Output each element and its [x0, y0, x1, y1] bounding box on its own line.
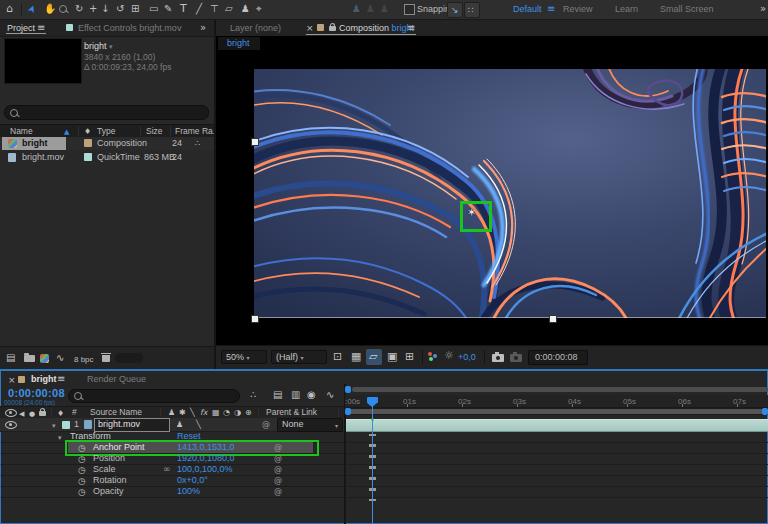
roto-brush-tool[interactable]: ♟ — [241, 4, 250, 14]
take-snapshot-icon[interactable] — [492, 354, 504, 362]
lock-icon[interactable] — [329, 26, 336, 31]
comp-mini-tab[interactable]: bright — [218, 37, 260, 50]
project-settings-icon[interactable]: ∿ — [56, 353, 64, 363]
type-tool[interactable]: T — [180, 4, 187, 14]
dolly-tool[interactable]: ↓ — [101, 4, 109, 14]
viewer-viewport[interactable]: bright — [216, 36, 768, 345]
rectangle-tool[interactable]: ▭ — [149, 4, 158, 14]
col-type[interactable]: Type — [97, 126, 115, 137]
transparency-grid-icon[interactable]: ▦ — [351, 352, 361, 362]
property-value[interactable]: 0x+0,0° — [177, 475, 208, 486]
clone-stamp-tool[interactable]: ⊤ — [210, 4, 219, 14]
property-row-opacity[interactable]: ◷ Opacity 100% @ — [0, 486, 344, 498]
selection-tool[interactable]: ➤ — [26, 3, 38, 14]
layer-name-box[interactable]: bright.mov — [94, 418, 170, 432]
hand-tool[interactable]: ✋ — [44, 4, 56, 14]
exposure-value[interactable]: +0,0 — [458, 352, 476, 363]
graph-editor-icon[interactable]: ∿ — [326, 390, 334, 400]
timeline-search-input[interactable] — [85, 390, 208, 404]
tab-effect-controls[interactable]: Effect Controls bright.mov — [78, 23, 181, 34]
property-label[interactable]: Opacity — [93, 486, 124, 497]
layer-quality-switch[interactable]: ╲ — [196, 420, 201, 430]
col-source-name[interactable]: Source Name — [90, 407, 142, 418]
project-overflow-icon[interactable]: » — [200, 23, 206, 33]
property-label[interactable]: Position — [93, 453, 125, 464]
workspace-default[interactable]: Default — [513, 4, 542, 15]
close-icon[interactable]: × — [8, 375, 16, 385]
time-ruler[interactable]: :00s 01s 02s 03s 04s 05s 06s 07s — [345, 395, 768, 408]
col-frame-rate[interactable]: Frame Ra.. — [175, 126, 218, 137]
snap-options-button[interactable]: ∷ — [464, 2, 480, 18]
pixel-aspect-correction-icon[interactable]: ⊞ — [405, 352, 414, 362]
channel-rgb-icon[interactable] — [428, 352, 438, 362]
new-composition-icon[interactable] — [40, 354, 49, 363]
color-depth-label[interactable]: 8 bpc — [74, 354, 94, 365]
tab-composition[interactable]: Composition bright — [339, 23, 414, 34]
region-of-interest-icon[interactable]: ▣ — [387, 352, 397, 362]
property-pick-whip-icon[interactable]: @ — [274, 476, 282, 486]
motion-blur-icon[interactable]: ◉ — [307, 390, 316, 400]
show-snapshot-icon[interactable] — [510, 354, 522, 362]
stopwatch-icon[interactable]: ◷ — [78, 454, 86, 464]
tab-timeline-bright[interactable]: bright — [31, 374, 57, 385]
layer-row[interactable]: ▾ 1 bright.mov ♟ ╲ @ None ▾ — [0, 418, 344, 432]
col-name[interactable]: Name — [10, 126, 33, 137]
tab-layer[interactable]: Layer (none) — [230, 23, 281, 34]
property-value[interactable]: 100,0,100,0% — [177, 464, 233, 475]
timeline-nav-bar[interactable] — [352, 387, 768, 392]
viewer-timecode-box[interactable]: 0:00:00:08 — [528, 350, 588, 365]
workspace-menu-icon[interactable]: ≡ — [547, 4, 555, 14]
workspace-small-screen[interactable]: Small Screen — [660, 4, 714, 15]
work-area-end-handle[interactable] — [762, 408, 768, 415]
label-column-icon[interactable]: ♦ — [84, 127, 91, 137]
layer-handle[interactable] — [251, 138, 259, 146]
resolution-dropdown[interactable]: (Half) ▾ — [271, 350, 327, 364]
magnification-dropdown[interactable]: 50% ▾ — [221, 350, 267, 364]
eraser-tool[interactable]: ▱ — [225, 4, 233, 14]
pan-under-cursor-tool[interactable]: + — [89, 4, 97, 14]
workspace-review[interactable]: Review — [563, 4, 593, 15]
draft-3d-icon[interactable]: ▤ — [273, 390, 282, 400]
timeline-search-box[interactable] — [68, 389, 240, 403]
parent-dropdown[interactable]: None ▾ — [277, 418, 343, 432]
col-parent-link[interactable]: Parent & Link — [266, 407, 317, 418]
timeline-nav-start-handle[interactable] — [345, 386, 351, 393]
label-color-teal[interactable] — [84, 153, 92, 161]
row-name[interactable]: bright — [22, 138, 48, 149]
close-icon[interactable]: × — [306, 23, 314, 33]
exposure-icon[interactable]: ☼ — [444, 351, 454, 361]
layer-duration-bar[interactable] — [346, 419, 768, 432]
comp-mini-tab-label[interactable]: bright — [227, 38, 250, 49]
property-pick-whip-icon[interactable]: @ — [274, 487, 282, 497]
sort-ascending-icon[interactable]: ▲ — [64, 127, 69, 137]
row-name[interactable]: bright.mov — [22, 152, 64, 163]
property-pick-whip-icon[interactable]: @ — [274, 454, 282, 464]
col-size[interactable]: Size — [146, 126, 163, 137]
property-value[interactable]: 1920,0,1080,0 — [177, 453, 235, 464]
work-area-start-handle[interactable] — [345, 408, 351, 415]
tab-render-queue[interactable]: Render Queue — [87, 374, 146, 385]
snapping-checkbox[interactable] — [404, 4, 415, 15]
delete-item-icon[interactable] — [102, 355, 110, 362]
property-pick-whip-icon[interactable]: @ — [274, 465, 282, 475]
mask-visibility-toggle[interactable]: ▱ — [366, 349, 382, 365]
stopwatch-icon[interactable]: ◷ — [78, 476, 86, 486]
label-color-tan[interactable] — [84, 139, 92, 147]
work-area-track[interactable] — [345, 408, 768, 415]
constrain-proportions-icon[interactable]: ∞ — [163, 464, 171, 474]
view-axis-mode-icon[interactable]: ♟ — [380, 4, 389, 14]
mini-flowchart-icon[interactable]: ∴ — [250, 390, 256, 400]
puppet-pin-tool[interactable]: ⌖ — [256, 4, 262, 14]
anchor-point-icon[interactable]: ✶ — [467, 208, 476, 218]
layer-name[interactable]: bright.mov — [98, 419, 140, 430]
project-panel-menu-icon[interactable]: ≡ — [37, 23, 45, 33]
rotation-tool[interactable]: ↺ — [116, 4, 124, 14]
stopwatch-icon[interactable]: ◷ — [78, 487, 86, 497]
layer-expand-chevron[interactable]: ▾ — [52, 421, 56, 431]
pan-behind-tool[interactable]: ⊞ — [131, 4, 139, 14]
layer-visibility-toggle[interactable] — [5, 421, 17, 429]
world-axis-mode-icon[interactable]: ♟ — [366, 4, 375, 14]
current-timecode[interactable]: 0:00:00:08 — [8, 387, 65, 399]
new-folder-icon[interactable] — [24, 355, 35, 362]
pen-tool[interactable]: ✎ — [164, 4, 172, 14]
